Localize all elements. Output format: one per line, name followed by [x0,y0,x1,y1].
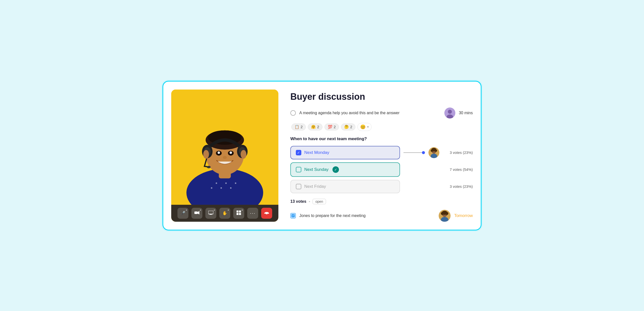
add-emoji-plus: + [367,125,369,129]
arrow-up-icon: ▲ [186,209,188,211]
emoji-pill-100[interactable]: 💯 2 [324,123,339,130]
poll-option-monday[interactable]: ✓ Next Monday [290,146,400,159]
video-toolbar: 🎤 ▲ ▲ [171,205,278,222]
emoji-pill-think[interactable]: 🤔 2 [341,123,356,130]
duration-text: 30 mins [459,111,473,115]
svg-point-7 [211,187,212,189]
mic-button[interactable]: 🎤 ▲ [178,208,188,219]
add-emoji-button[interactable]: 😊 + [358,123,372,131]
add-emoji-icon: 😊 [360,124,366,130]
svg-rect-27 [210,214,212,214]
checkbox-monday[interactable]: ✓ [296,150,301,155]
svg-point-2 [216,182,217,184]
more-icon: ··· [250,210,256,216]
camera-button[interactable]: ▲ [192,208,202,219]
svg-rect-29 [236,210,238,212]
content-panel: Buyer discussion A meeting agenda help y… [290,90,473,222]
vote-connector-monday [404,151,425,154]
end-call-button[interactable] [261,208,272,219]
task-check-inner: ✓ [291,214,295,217]
svg-point-4 [225,182,227,184]
copy-icon: 📋 [294,125,299,129]
emoji-pill-copy[interactable]: 📋 2 [291,123,306,130]
votes-monday: 3 votes (23%) [443,150,473,155]
svg-point-3 [220,187,222,189]
screen-icon [208,211,213,216]
emoji-count-1: 2 [300,125,302,129]
checkbox-sunday[interactable] [296,167,301,172]
svg-rect-30 [239,210,241,212]
svg-point-39 [431,149,433,152]
svg-point-5 [230,187,232,189]
votes-dash: - [309,199,310,204]
hundred-icon: 💯 [328,125,332,129]
total-votes: 13 votes [290,199,306,204]
more-options-button[interactable]: ··· [247,208,258,219]
arrow-up-icon: ▲ [241,209,243,211]
video-frame [171,90,278,205]
poll-question: When to have our next team meeting? [290,136,473,141]
emoji-count-4: 2 [350,125,352,129]
video-panel: 🎤 ▲ ▲ [171,90,278,222]
emoji-pill-hug[interactable]: 🤗 2 [308,123,322,130]
agenda-text: A meeting agenda help you avoid this and… [299,111,441,115]
poll-option-row-sunday: Next Sunday ✓ 7 votes (54%) [290,162,473,177]
svg-rect-32 [239,213,241,215]
option-label-monday: Next Monday [304,150,329,155]
task-label: Jones to prepare for the next meeting [299,213,435,218]
svg-rect-24 [194,211,198,214]
connector-line [404,152,422,153]
emoji-count-3: 2 [334,125,336,129]
option-label-friday: Next Friday [304,184,326,189]
end-call-icon [264,211,270,215]
arrow-up-icon: ▲ [213,209,215,211]
svg-point-6 [235,182,236,184]
svg-rect-31 [236,213,238,215]
task-row: ✓ Jones to prepare for the next meeting … [290,210,473,222]
grid-view-button[interactable]: ▲ [233,208,244,219]
person-video [171,90,278,205]
connector-dot [422,151,425,154]
green-check-badge: ✓ [332,166,339,173]
agenda-radio[interactable] [290,110,296,116]
hand-icon: ✋ [222,211,227,215]
svg-rect-26 [208,211,213,214]
poll-option-row-monday: ✓ Next Monday [290,146,473,159]
screen-share-button[interactable]: ▲ [205,208,216,219]
svg-point-46 [442,211,447,215]
votes-friday: 3 votes (23%) [443,184,473,189]
raise-hand-button[interactable]: ✋ ▲ [219,208,230,219]
option-label-sunday: Next Sunday [304,167,328,172]
svg-rect-28 [209,214,212,215]
poll-option-row-friday: Next Friday 3 votes (23%) [290,180,473,193]
task-checkbox[interactable]: ✓ [290,213,296,218]
open-badge: open [312,199,326,204]
svg-marker-25 [198,211,200,214]
svg-point-15 [230,151,232,154]
svg-point-23 [241,150,246,159]
thinking-icon: 🤔 [344,125,349,129]
votes-sunday: 7 votes (54%) [443,167,473,172]
tomorrow-text: Tomorrow [454,213,473,218]
avatar-person [444,108,455,118]
poll-option-sunday[interactable]: Next Sunday ✓ [290,162,400,177]
svg-point-34 [448,110,452,114]
poll-options: ✓ Next Monday [290,146,473,193]
svg-point-40 [435,149,437,152]
mic-icon: 🎤 [180,211,186,215]
voter-avatar-monday [428,147,440,158]
hug-icon: 🤗 [311,125,316,129]
meeting-title: Buyer discussion [290,92,473,102]
svg-point-22 [203,150,209,159]
grid-icon [236,210,241,216]
agenda-row: A meeting agenda help you avoid this and… [290,108,473,118]
checkbox-friday[interactable] [296,184,301,189]
svg-point-16 [223,156,226,159]
task-avatar [439,210,450,222]
arrow-up-icon: ▲ [227,209,229,211]
main-card: 🎤 ▲ ▲ [162,81,482,230]
arrow-up-icon: ▲ [200,209,201,211]
emoji-row: 📋 2 🤗 2 💯 2 🤔 2 😊 + [291,123,473,131]
svg-point-21 [207,166,210,168]
poll-option-friday[interactable]: Next Friday [290,180,400,193]
